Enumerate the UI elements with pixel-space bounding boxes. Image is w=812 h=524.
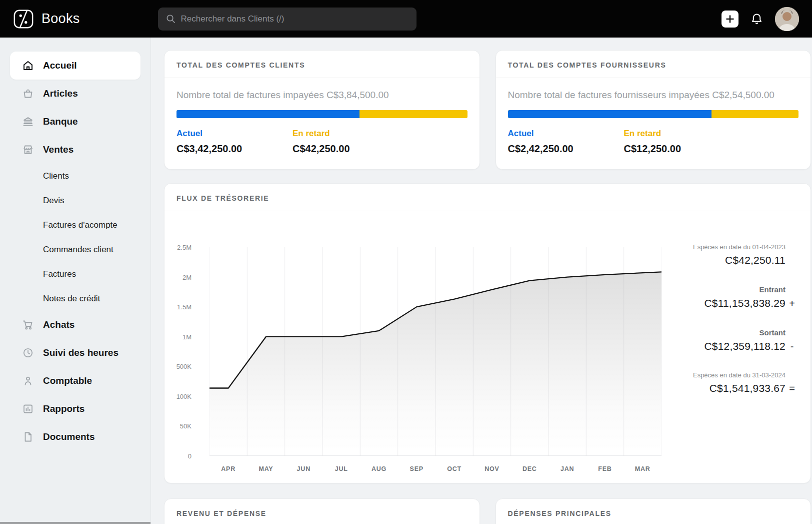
basket-icon [22,88,34,100]
stat-label: Sortant [760,328,786,337]
main-content: TOTAL DES COMPTES CLIENTS Nombre total d… [151,38,812,524]
quick-create-button[interactable] [722,11,738,28]
y-tick-label: 1.5M [177,303,192,311]
chart-x-axis-labels: APRMAYJUNJULAUGSEPOCTNOVDECJANFEBMAR [210,465,662,472]
stat-value: C$12,359,118.12 [704,340,786,352]
sidebar-item-label: Notes de crédit [43,294,100,304]
clock-icon [22,347,34,359]
notifications-bell-icon[interactable] [750,12,764,26]
receivables-card: TOTAL DES COMPTES CLIENTS Nombre total d… [164,50,480,170]
sidebar-item-factures-d-acompte[interactable]: Factures d'acompte [10,213,140,237]
home-icon [22,60,34,72]
sidebar-item-notes-de-credit[interactable]: Notes de crédit [10,286,140,311]
cashflow-stat-entrant: EntrantC$11,153,838.29+ [704,285,798,309]
payables-overdue-label: En retard [624,129,682,139]
sidebar-item-documents[interactable]: Documents [10,423,140,451]
receivables-current-value: C$3,42,250.00 [176,143,292,155]
sidebar-item-devis[interactable]: Devis [10,188,140,213]
x-tick-label: NOV [473,465,510,472]
income-expense-card-header: REVENU ET DÉPENSE [164,499,480,524]
x-tick-label: OCT [436,465,473,472]
cashflow-stat-sortant: SortantC$12,359,118.12- [704,328,798,352]
x-tick-label: FEB [586,465,624,472]
y-tick-label: 1M [182,333,192,340]
sidebar-item-label: Documents [43,431,94,442]
payables-title: TOTAL DES COMPTES FOURNISSEURS [508,61,666,69]
sidebar-item-commandes-client[interactable]: Commandes client [10,237,140,262]
sidebar-bottom-strip [0,522,150,524]
person-icon [22,375,34,387]
sidebar-item-label: Commandes client [43,245,114,255]
x-tick-label: JUL [322,465,360,472]
sidebar-item-ventes[interactable]: Ventes [10,136,140,164]
sidebar-item-label: Articles [43,88,78,99]
income-expense-card: REVENU ET DÉPENSE [164,498,480,524]
global-search[interactable] [158,8,416,31]
cashflow-stat-especes-end: Espèces en date du 31-03-2024C$1,541,933… [693,371,798,394]
stat-label: Espèces en date du 31-03-2024 [693,371,786,379]
chart-y-axis-labels: 050K100K500K1M1.5M2M2.5M [176,247,210,456]
x-tick-label: JUN [285,465,322,472]
cashflow-card-header: FLUX DE TRÉSORERIE [164,184,810,211]
receivables-overdue-value: C$42,250.00 [292,143,350,155]
sidebar-item-label: Ventes [43,144,74,155]
top-expenses-title: DÉPENSES PRINCIPALES [508,509,612,517]
y-tick-label: 50K [180,422,192,430]
stat-sign: + [786,298,798,309]
cashflow-line-chart [210,247,662,456]
payables-card-header: TOTAL DES COMPTES FOURNISSEURS [496,51,811,78]
sidebar-item-label: Devis [43,196,64,206]
search-input[interactable] [181,14,408,24]
receivables-card-header: TOTAL DES COMPTES CLIENTS [164,51,480,78]
bank-icon [22,116,34,128]
sidebar-item-rapports[interactable]: Rapports [10,395,140,423]
x-tick-label: AUG [360,465,398,472]
sidebar-item-label: Rapports [43,403,84,414]
cashflow-title: FLUX DE TRÉSORERIE [176,194,269,202]
topbar: Books [0,0,812,38]
chart-icon [22,403,34,415]
sidebar-item-achats[interactable]: Achats [10,311,140,339]
x-tick-label: APR [210,465,247,472]
stat-value: C$1,541,933.67 [710,382,786,394]
app-logo: Books [13,9,80,30]
sidebar-item-comptable[interactable]: Comptable [10,367,140,395]
receivables-overdue-label: En retard [292,129,350,139]
chart-plot-area [210,247,662,456]
sidebar-item-banque[interactable]: Banque [10,108,140,136]
cart-icon [22,319,34,331]
y-tick-label: 100K [176,392,192,400]
receivables-subtitle: Nombre total de factures impayées C$3,84… [176,90,468,101]
stat-sign: = [786,383,798,394]
receivables-progress-bar [176,110,468,118]
stat-label: Espèces en date du 01-04-2023 [693,243,786,251]
sidebar-item-clients[interactable]: Clients [10,164,140,188]
sidebar-item-factures[interactable]: Factures [10,262,140,286]
sidebar-item-label: Clients [43,171,69,181]
sidebar-item-accueil[interactable]: Accueil [10,52,140,80]
stat-value: C$42,250.11 [725,254,786,266]
sidebar-item-articles[interactable]: Articles [10,80,140,108]
user-avatar[interactable] [775,7,799,31]
sidebar-item-suivi-des-heures[interactable]: Suivi des heures [10,339,140,367]
sidebar-item-label: Comptable [43,375,92,386]
cashflow-card: FLUX DE TRÉSORERIE 050K100K500K1M1.5M2M2… [164,183,811,483]
cashflow-stats-panel: Espèces en date du 01-04-2023C$42,250.11… [672,211,798,472]
x-tick-label: MAR [624,465,662,472]
y-tick-label: 2.5M [177,244,192,251]
top-expenses-card-header: DÉPENSES PRINCIPALES [496,499,811,524]
x-tick-label: JAN [548,465,586,472]
document-icon [22,431,34,443]
payables-card: TOTAL DES COMPTES FOURNISSEURS Nombre to… [496,50,812,170]
x-tick-label: SEP [398,465,436,472]
sidebar-item-label: Achats [43,319,74,330]
top-expenses-card: DÉPENSES PRINCIPALES [496,498,812,524]
y-tick-label: 2M [182,273,192,281]
stat-sign: - [786,341,798,352]
sidebar-item-label: Suivi des heures [43,347,118,358]
payables-current-label: Actuel [508,129,624,139]
receivables-current-label: Actuel [176,129,292,139]
payables-subtitle: Nombre total de factures fournisseurs im… [508,90,799,101]
store-icon [22,144,34,156]
payables-current-value: C$2,42,250.00 [508,143,624,155]
